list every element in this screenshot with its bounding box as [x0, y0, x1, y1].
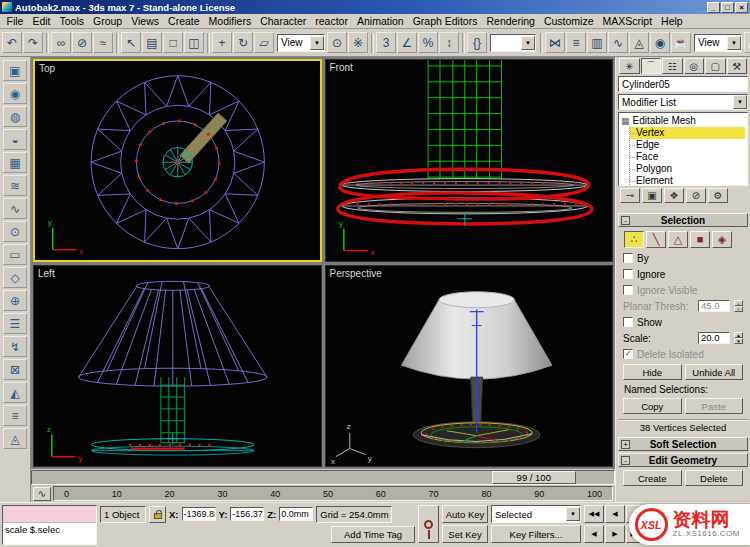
- tab-utilities-icon[interactable]: ⚒: [727, 58, 748, 74]
- listener-pane[interactable]: scale $.selec: [3, 523, 96, 544]
- scale-field[interactable]: 20.0: [698, 332, 730, 344]
- reactor-tool-1-icon[interactable]: ▣: [3, 60, 27, 81]
- viewport-perspective[interactable]: Perspective: [325, 265, 614, 468]
- reactor-tool-17-icon[interactable]: ◬: [3, 428, 27, 449]
- planar-thresh-field[interactable]: 45.0: [698, 300, 730, 312]
- tab-create-icon[interactable]: ✳: [619, 58, 640, 74]
- reactor-tool-9-icon[interactable]: ▭: [3, 244, 27, 265]
- viewport-left[interactable]: Left: [33, 265, 322, 468]
- mirror-icon[interactable]: ⋈: [545, 32, 565, 53]
- schematic-view-icon[interactable]: ◬: [629, 32, 649, 53]
- edge-icon[interactable]: ╲: [646, 231, 666, 248]
- reactor-tool-10-icon[interactable]: ◇: [3, 267, 27, 288]
- stack-item-vertex[interactable]: Vertex: [630, 127, 745, 139]
- rectangular-selection-region-icon[interactable]: □: [163, 32, 183, 53]
- chevron-down-icon[interactable]: ▼: [566, 507, 580, 521]
- select-and-manipulate-icon[interactable]: ※: [348, 32, 368, 53]
- collapse-icon[interactable]: -: [621, 456, 630, 465]
- reference-coordinate-dropdown[interactable]: View▼: [277, 34, 325, 52]
- add-time-tag-button[interactable]: Add Time Tag: [331, 526, 415, 543]
- copy-button[interactable]: Copy: [623, 398, 682, 414]
- select-and-rotate-icon[interactable]: ↻: [233, 32, 253, 53]
- polygon-icon[interactable]: ■: [690, 231, 710, 248]
- maxscript-mini-listener[interactable]: scale $.selec: [2, 505, 97, 545]
- reactor-tool-3-icon[interactable]: ◍: [3, 106, 27, 127]
- viewport-left-label[interactable]: Left: [38, 268, 55, 279]
- menu-file[interactable]: File: [2, 14, 28, 28]
- align-icon[interactable]: ≡: [566, 32, 586, 53]
- menu-help[interactable]: Help: [657, 14, 688, 28]
- unlink-selection-icon[interactable]: ⊘: [72, 32, 92, 53]
- create-button[interactable]: Create: [623, 470, 682, 486]
- key-step-back-icon[interactable]: ◀: [584, 525, 604, 543]
- viewport-front-label[interactable]: Front: [330, 62, 353, 73]
- stack-item-polygon[interactable]: Polygon: [630, 163, 745, 175]
- bind-to-space-warp-icon[interactable]: ≈: [93, 32, 113, 53]
- key-filters-button[interactable]: Key Filters...: [491, 525, 581, 543]
- tab-hierarchy-icon[interactable]: ☷: [662, 58, 683, 74]
- reactor-tool-7-icon[interactable]: ∿: [3, 198, 27, 219]
- reactor-tool-11-icon[interactable]: ⊕: [3, 290, 27, 311]
- snaps-toggle-icon[interactable]: 3: [376, 32, 396, 53]
- select-and-link-icon[interactable]: ∞: [51, 32, 71, 53]
- z-coordinate-field[interactable]: 0.0mm: [279, 507, 313, 521]
- go-to-start-icon[interactable]: ◀◀: [584, 505, 604, 523]
- time-slider-handle[interactable]: 99 / 100: [492, 471, 576, 484]
- menu-modifiers[interactable]: Modifiers: [204, 14, 256, 28]
- viewport-perspective-label[interactable]: Perspective: [330, 268, 382, 279]
- configure-modifier-sets-icon[interactable]: ⚙: [708, 188, 728, 203]
- spinner-icon[interactable]: ▲▼: [734, 300, 743, 312]
- edit-geometry-rollout-header[interactable]: - Edit Geometry: [618, 453, 748, 467]
- menu-views[interactable]: Views: [127, 14, 164, 28]
- set-keys-button[interactable]: [418, 505, 439, 543]
- mini-curve-editor-icon[interactable]: ∿: [33, 487, 51, 501]
- ignore-backfacing-checkbox[interactable]: [623, 269, 633, 279]
- viewport-top[interactable]: Top: [33, 59, 322, 262]
- previous-frame-icon[interactable]: ◀: [605, 505, 625, 523]
- x-coordinate-field[interactable]: -1369.83: [182, 507, 216, 521]
- menu-tools[interactable]: Tools: [55, 14, 89, 28]
- reactor-tool-16-icon[interactable]: ≡: [3, 405, 27, 426]
- chevron-down-icon[interactable]: ▼: [310, 36, 324, 50]
- stack-item-edge[interactable]: Edge: [630, 139, 745, 151]
- stack-root-item[interactable]: ▦ Editable Mesh: [621, 114, 745, 127]
- reactor-tool-5-icon[interactable]: ▦: [3, 152, 27, 173]
- element-icon[interactable]: ◈: [712, 231, 732, 248]
- tab-modify-icon[interactable]: ⌒: [641, 58, 662, 74]
- menu-graph-editors[interactable]: Graph Editors: [408, 14, 482, 28]
- select-and-move-icon[interactable]: +: [212, 32, 232, 53]
- menu-maxscript[interactable]: MAXScript: [598, 14, 657, 28]
- vertex-icon[interactable]: ∴: [624, 231, 644, 248]
- soft-selection-rollout-header[interactable]: + Soft Selection: [618, 437, 748, 451]
- percent-snap-icon[interactable]: %: [418, 32, 438, 53]
- stack-item-element[interactable]: Element: [630, 175, 745, 186]
- layer-manager-icon[interactable]: ▥: [587, 32, 607, 53]
- paste-button[interactable]: Paste: [685, 398, 744, 414]
- spinner-icon[interactable]: ▲▼: [734, 332, 743, 344]
- render-scene-icon[interactable]: ☕: [671, 32, 691, 53]
- curve-editor-icon[interactable]: ∿: [608, 32, 628, 53]
- ignore-visible-checkbox[interactable]: [623, 285, 633, 295]
- viewport-top-label[interactable]: Top: [39, 63, 55, 74]
- collapse-icon[interactable]: -: [621, 216, 630, 225]
- chevron-down-icon[interactable]: ▼: [733, 95, 747, 109]
- by-vertex-checkbox[interactable]: [623, 253, 633, 263]
- reactor-tool-13-icon[interactable]: ↯: [3, 336, 27, 357]
- selection-lock-icon[interactable]: [149, 506, 166, 523]
- close-button[interactable]: ×: [735, 2, 748, 13]
- modifier-stack[interactable]: ▦ Editable Mesh Vertex Edge Face Polygon…: [618, 112, 748, 186]
- tab-motion-icon[interactable]: ◎: [684, 58, 705, 74]
- modifier-list-dropdown[interactable]: Modifier List ▼: [618, 94, 748, 110]
- render-type-dropdown[interactable]: View▼: [694, 34, 742, 52]
- reactor-tool-4-icon[interactable]: ◒: [3, 129, 27, 150]
- stack-item-face[interactable]: Face: [630, 151, 745, 163]
- menu-rendering[interactable]: Rendering: [482, 14, 539, 28]
- select-and-scale-icon[interactable]: ▱: [254, 32, 274, 53]
- face-icon[interactable]: △: [668, 231, 688, 248]
- remove-modifier-icon[interactable]: ⊘: [686, 188, 706, 203]
- named-selection-sets-dropdown[interactable]: ▼: [490, 34, 536, 52]
- quick-render-icon[interactable]: ☕: [744, 32, 750, 53]
- reactor-tool-6-icon[interactable]: ≋: [3, 175, 27, 196]
- menu-create[interactable]: Create: [164, 14, 205, 28]
- reactor-tool-2-icon[interactable]: ◉: [3, 83, 27, 104]
